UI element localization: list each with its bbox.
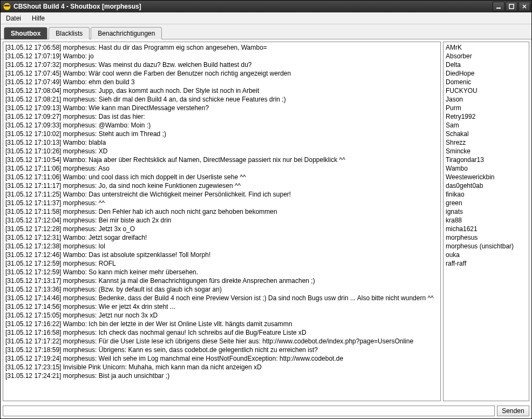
user-item[interactable]: Wambo xyxy=(446,164,527,173)
chat-line: [31.05.12 17:11:06] morphesus: Aso xyxy=(5,164,438,173)
user-item[interactable]: morphesus xyxy=(446,233,527,242)
chat-line: [31.05.12 17:12:31] Wambo: Jetzt sogar d… xyxy=(5,233,438,242)
chat-line: [31.05.12 17:10:13] Wambo: blabla xyxy=(5,138,438,147)
maximize-button[interactable] xyxy=(506,2,517,11)
menubar: Datei Hilfe xyxy=(1,12,531,24)
user-item[interactable]: Purm xyxy=(446,104,527,112)
window-controls xyxy=(493,2,530,11)
chat-line: [31.05.12 17:11:25] Wambo: Das unterstre… xyxy=(5,190,438,199)
chat-line: [31.05.12 17:16:22] Wambo: Ich bin der l… xyxy=(5,320,438,328)
chat-line: [31.05.12 17:07:32] morphesus: Was meins… xyxy=(5,60,438,69)
chat-line: [31.05.12 17:11:37] morphesus: ^^ xyxy=(5,199,438,207)
chat-line: [31.05.12 17:15:05] morphesus: Jetzt nur… xyxy=(5,311,438,320)
user-item[interactable]: das0geht0ab xyxy=(446,181,527,190)
user-item[interactable]: Smincke xyxy=(446,147,527,156)
chat-line: [31.05.12 17:08:21] morphesus: Sieh dir … xyxy=(5,95,438,104)
chat-line: [31.05.12 17:13:36] morphesus: (Bzw. by … xyxy=(5,285,438,294)
chat-line: [31.05.12 17:06:58] morphesus: Hast du d… xyxy=(5,43,438,52)
chat-line: [31.05.12 17:14:56] morphesus: Wie er je… xyxy=(5,302,438,311)
tab-blacklists[interactable]: Blacklists xyxy=(49,27,90,39)
user-item[interactable]: Schakal xyxy=(446,130,527,138)
chat-line: [31.05.12 17:18:59] morphesus: Übrigens:… xyxy=(5,346,438,354)
menu-file[interactable]: Datei xyxy=(3,13,24,23)
user-item[interactable]: Tiragondar13 xyxy=(446,156,527,164)
chat-line: [31.05.12 17:07:49] Wambo: ehm den build… xyxy=(5,78,438,86)
user-item[interactable]: Weestewerickbin xyxy=(446,173,527,181)
chat-line: [31.05.12 17:07:45] Wambo: Wär cool wenn… xyxy=(5,69,438,78)
chat-line: [31.05.12 17:11:58] morphesus: Den Fehle… xyxy=(5,207,438,216)
chat-line: [31.05.12 17:08:04] morphesus: Jupp, das… xyxy=(5,86,438,95)
message-input[interactable] xyxy=(3,406,495,416)
content-area: [31.05.12 17:06:58] morphesus: Hast du d… xyxy=(1,39,531,403)
svg-rect-2 xyxy=(496,8,501,9)
chat-line: [31.05.12 17:10:54] Wambo: Naja aber übe… xyxy=(5,156,438,164)
chat-line: [31.05.12 17:23:15] Invisible Pink Unico… xyxy=(5,363,438,371)
chat-line: [31.05.12 17:09:27] morphesus: Das ist d… xyxy=(5,112,438,121)
chat-line: [31.05.12 17:12:28] morphesus: Jetzt 3x … xyxy=(5,225,438,233)
user-item[interactable]: Jason xyxy=(446,95,527,104)
svg-rect-1 xyxy=(4,5,10,6)
chat-line: [31.05.12 17:10:02] morphesus: Steht auc… xyxy=(5,130,438,138)
input-row: Senden xyxy=(1,403,531,418)
chat-line: [31.05.12 17:24:21] morphesus: Bist ja a… xyxy=(5,371,438,380)
user-item[interactable]: Retry1992 xyxy=(446,112,527,121)
user-item[interactable]: kra88 xyxy=(446,216,527,225)
user-item[interactable]: Delta xyxy=(446,60,527,69)
chat-pane: [31.05.12 17:06:58] morphesus: Hast du d… xyxy=(3,42,441,401)
chat-line: [31.05.12 17:12:59] morphesus: ROFL xyxy=(5,259,438,268)
chat-line: [31.05.12 17:13:17] morphesus: Kannst ja… xyxy=(5,276,438,285)
chat-line: [31.05.12 17:12:59] Wambo: So kann mich … xyxy=(5,268,438,276)
chat-line: [31.05.12 17:16:58] morphesus: Ich check… xyxy=(5,328,438,337)
titlebar: CBShout Build 4 - Shoutbox [morphesus] xyxy=(1,1,531,12)
chat-line: [31.05.12 17:14:46] morphesus: Bedenke, … xyxy=(5,294,438,302)
user-item[interactable]: Domenic xyxy=(446,78,527,86)
user-list[interactable]: AMrKAbsorberDeltaDiedHopeDomenicFUCKYOUJ… xyxy=(443,42,529,401)
chat-line: [31.05.12 17:11:06] Wambo: und cool dass… xyxy=(5,173,438,181)
tabbar: Shoutbox Blacklists Benachrichtigungen xyxy=(1,24,531,39)
chat-line: [31.05.12 17:07:19] Wambo: jo xyxy=(5,52,438,60)
svg-rect-3 xyxy=(509,4,514,9)
user-item[interactable]: Sam xyxy=(446,121,527,130)
user-item[interactable]: DiedHope xyxy=(446,69,527,78)
chat-line: [31.05.12 17:09:33] morphesus: @Wambo: M… xyxy=(5,121,438,130)
user-item[interactable]: ignats xyxy=(446,207,527,216)
tab-notifications[interactable]: Benachrichtigungen xyxy=(91,27,162,39)
chat-line: [31.05.12 17:09:13] Wambo: Wie kann man … xyxy=(5,104,438,112)
chat-line: [31.05.12 17:11:17] morphesus: Jo, da si… xyxy=(5,181,438,190)
chat-line: [31.05.12 17:17:22] morphesus: Für die U… xyxy=(5,337,438,346)
close-button[interactable] xyxy=(519,2,530,11)
app-icon xyxy=(3,2,11,11)
user-item[interactable]: AMrK xyxy=(446,43,527,52)
app-window: CBShout Build 4 - Shoutbox [morphesus] D… xyxy=(0,0,532,419)
chat-line: [31.05.12 17:19:24] morphesus: Weil ich … xyxy=(5,354,438,363)
chat-line: [31.05.12 17:12:38] morphesus: lol xyxy=(5,242,438,251)
send-button[interactable]: Senden xyxy=(497,406,529,416)
user-item[interactable]: finikao xyxy=(446,190,527,199)
user-item[interactable]: morphesus (unsichtbar) xyxy=(446,242,527,251)
minimize-button[interactable] xyxy=(493,2,504,11)
user-item[interactable]: Absorber xyxy=(446,52,527,60)
user-item[interactable]: raff-raff xyxy=(446,259,527,268)
user-item[interactable]: FUCKYOU xyxy=(446,86,527,95)
user-item[interactable]: ouka xyxy=(446,251,527,259)
tab-shoutbox[interactable]: Shoutbox xyxy=(4,27,47,39)
chat-line: [31.05.12 17:12:46] Wambo: Das ist absol… xyxy=(5,251,438,259)
chat-line: [31.05.12 17:12:04] morphesus: Bei mir b… xyxy=(5,216,438,225)
user-item[interactable]: micha1621 xyxy=(446,225,527,233)
menu-help[interactable]: Hilfe xyxy=(29,13,48,23)
chat-log[interactable]: [31.05.12 17:06:58] morphesus: Hast du d… xyxy=(3,42,441,401)
user-item[interactable]: green xyxy=(446,199,527,207)
window-title: CBShout Build 4 - Shoutbox [morphesus] xyxy=(13,3,493,10)
chat-line: [31.05.12 17:10:26] morphesus: XD xyxy=(5,147,438,156)
user-item[interactable]: Shrezz xyxy=(446,138,527,147)
